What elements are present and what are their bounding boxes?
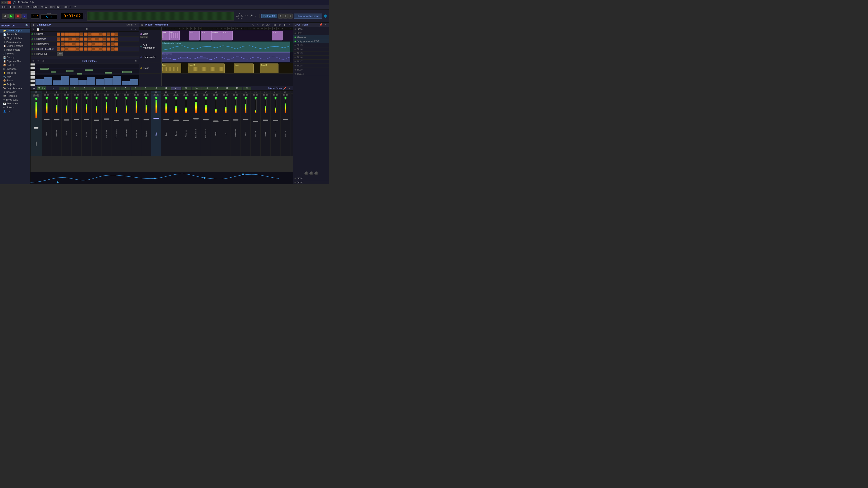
- mc-send-6[interactable]: [97, 94, 99, 96]
- pad-3[interactable]: [64, 33, 68, 36]
- mixer-channel-22[interactable]: 22 Invisible: [251, 91, 260, 156]
- cr-collapse-icon[interactable]: ▶: [32, 23, 36, 27]
- mc-send-16[interactable]: [196, 94, 198, 96]
- mc-fader-9[interactable]: [124, 120, 129, 121]
- sidebar-item-plugin-database[interactable]: 🔌 Plugin database: [0, 36, 30, 40]
- menu-help[interactable]: ?: [73, 5, 77, 9]
- mc-fader-17[interactable]: [203, 119, 209, 121]
- pad-15[interactable]: [111, 33, 114, 36]
- mc-send-20[interactable]: [236, 94, 238, 96]
- mc-pan-22[interactable]: [253, 94, 255, 96]
- pad-16[interactable]: [114, 33, 118, 36]
- pad-h2[interactable]: [61, 37, 64, 41]
- mc-fader-14[interactable]: [174, 120, 179, 121]
- ch-led-3[interactable]: [31, 43, 33, 45]
- pad-h216[interactable]: [114, 42, 118, 46]
- ch-led-4[interactable]: [31, 48, 33, 50]
- menu-options[interactable]: OPTIONS: [49, 5, 62, 9]
- mx-num-7[interactable]: 7: [121, 87, 130, 90]
- stop-btn[interactable]: ■: [15, 13, 21, 19]
- mixer-channel-7[interactable]: 7 Percussion: [101, 91, 112, 156]
- sidebar-item-impulses[interactable]: ⚡ Impulses: [0, 71, 30, 75]
- cr-close-x[interactable]: ×: [134, 27, 138, 31]
- ch-mute-2[interactable]: [34, 38, 35, 40]
- pad-l4[interactable]: [68, 47, 72, 51]
- mfx-slot-none-bottom1[interactable]: (none): [293, 176, 329, 180]
- mx-num-16[interactable]: 16: [212, 87, 222, 90]
- mixer-channel-20[interactable]: 20 Undersound: [231, 91, 241, 156]
- sidebar-search-icon[interactable]: 🔍: [25, 24, 29, 28]
- mc-pan-1[interactable]: [44, 94, 46, 96]
- mixer-channel-17[interactable]: 17 Percussion 3: [201, 91, 211, 156]
- mc-fader-2[interactable]: [54, 119, 59, 121]
- mixer-channel-5[interactable]: 5 Strings 2: [82, 91, 92, 156]
- mc-pan-8[interactable]: [114, 94, 116, 96]
- channel-row-love[interactable]: Love Ph..uency: [31, 46, 139, 52]
- pattern-brass-3[interactable]: Brass: [234, 64, 254, 73]
- mfx-slot-none-top[interactable]: (none): [293, 27, 329, 31]
- ch-mute-4[interactable]: [34, 48, 35, 50]
- mc-fader-18[interactable]: [213, 121, 219, 122]
- ch-led-1[interactable]: [31, 33, 33, 35]
- pad-h8[interactable]: [84, 37, 87, 41]
- play-btn[interactable]: ▶: [8, 13, 14, 19]
- mc-pan-7[interactable]: [104, 94, 106, 96]
- mc-pan-13[interactable]: [163, 94, 166, 96]
- mfx-close-icon[interactable]: ×: [324, 23, 328, 27]
- mixer-channel-18[interactable]: 18 Quiet: [211, 91, 221, 156]
- mc-pan-master[interactable]: [33, 94, 36, 97]
- pattern-brass-1[interactable]: Brass: [162, 64, 181, 73]
- mx-num-8[interactable]: 8: [131, 87, 141, 90]
- pad-h22[interactable]: [61, 42, 64, 46]
- mc-fader-24[interactable]: [273, 120, 278, 121]
- pad-h210[interactable]: [91, 42, 95, 46]
- mixer-channel-11[interactable]: 11 Trumpets: [141, 91, 151, 156]
- mc-fader-6[interactable]: [94, 120, 99, 121]
- mc-send-15[interactable]: [186, 94, 188, 96]
- track-label-viola[interactable]: Viola M S: [139, 30, 161, 41]
- mixer-channel-8[interactable]: 8 Percussion 2: [112, 91, 121, 156]
- mc-fader-15[interactable]: [183, 120, 189, 121]
- pattern-brass-2[interactable]: Brass #2: [188, 64, 225, 73]
- menu-file[interactable]: FILE: [1, 5, 8, 9]
- mc-send-3[interactable]: [67, 94, 69, 96]
- pattern-underworld-1[interactable]: ⊞ Underworld: [162, 53, 290, 62]
- sidebar-item-backup[interactable]: 💾 Backup: [0, 56, 30, 59]
- pad-l6[interactable]: [76, 47, 80, 51]
- mc-fader-8[interactable]: [114, 120, 119, 121]
- pattern-cello-1[interactable]: Cello Automation envelope: [162, 41, 290, 52]
- mc-send-18[interactable]: [216, 94, 218, 96]
- menu-tools[interactable]: TOOLS: [62, 5, 72, 9]
- mc-pan-18[interactable]: [213, 94, 215, 96]
- pad-10[interactable]: [91, 33, 95, 36]
- ch-solo-4[interactable]: [36, 48, 38, 50]
- ch-mute-3[interactable]: [34, 43, 35, 45]
- mc-fader-25[interactable]: [283, 119, 288, 120]
- pl-close[interactable]: ×: [287, 23, 291, 27]
- pad-h29[interactable]: [88, 42, 91, 46]
- channel-row-harmor[interactable]: Harmor: [31, 37, 139, 41]
- track-solo-viola[interactable]: S: [145, 36, 148, 38]
- pad-l7[interactable]: [80, 47, 84, 51]
- menu-add[interactable]: ADD: [17, 5, 25, 9]
- mfx-knob-3[interactable]: [314, 171, 318, 175]
- pad-h4[interactable]: [68, 37, 72, 41]
- track-label-cello-auto[interactable]: Cello Automation: [139, 41, 161, 52]
- pad-h28[interactable]: [84, 42, 87, 46]
- bpm-display[interactable]: 115.000: [40, 14, 57, 20]
- mc-pan-11[interactable]: [144, 94, 146, 96]
- pattern-viola-3[interactable]: Viola: [189, 31, 199, 40]
- pad-14[interactable]: [107, 33, 110, 36]
- mc-send-22[interactable]: [256, 94, 258, 96]
- mfx-slot-4[interactable]: Slot 4: [293, 47, 329, 52]
- mixer-channel-24[interactable]: 24 Insert 21: [271, 91, 281, 156]
- sidebar-item-collected[interactable]: 📦 Collected: [0, 63, 30, 67]
- pad-l8[interactable]: [84, 47, 87, 51]
- mc-fader-3[interactable]: [64, 120, 69, 121]
- sidebar-item-projects-bones[interactable]: 🦴 Projects bones: [0, 86, 30, 90]
- mc-fader-7[interactable]: [104, 119, 109, 120]
- mc-fader-23[interactable]: [263, 120, 268, 121]
- pl-tool-draw[interactable]: ✎: [251, 23, 255, 27]
- mc-fader-11[interactable]: [144, 119, 149, 121]
- mixer-channel-12[interactable]: 12 Piano: [151, 91, 161, 156]
